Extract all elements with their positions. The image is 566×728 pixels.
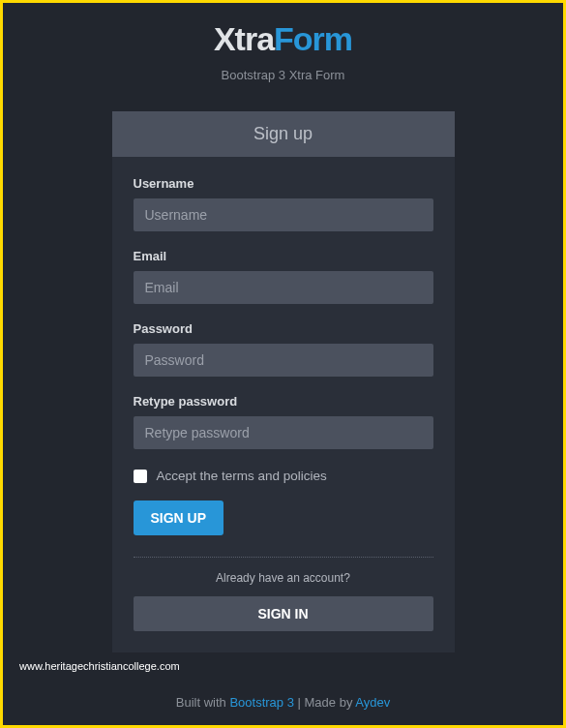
author-link[interactable]: Aydev — [355, 695, 390, 710]
terms-checkbox[interactable] — [134, 470, 147, 483]
footer-separator: | — [294, 695, 305, 710]
password-label: Password — [134, 321, 433, 336]
signin-button[interactable]: SIGN IN — [134, 596, 433, 631]
divider — [134, 557, 433, 558]
username-label: Username — [134, 176, 433, 191]
footer: Built with Bootstrap 3 | Made by Aydev — [3, 695, 563, 710]
signup-button[interactable]: SIGN UP — [134, 500, 224, 535]
footer-built-with: Built with — [176, 695, 230, 710]
username-input[interactable] — [134, 198, 433, 231]
email-label: Email — [134, 249, 433, 263]
brand-first: Xtra — [214, 20, 274, 57]
already-have-account-text: Already have an account? — [134, 571, 433, 585]
footer-made-by: Made by — [305, 695, 356, 710]
retype-label: Retype password — [134, 394, 433, 409]
brand-second: Form — [274, 20, 352, 57]
app-container: XtraForm Bootstrap 3 Xtra Form Sign up U… — [3, 3, 563, 725]
form-body: Username Email Password Retype password … — [112, 157, 455, 652]
header: XtraForm Bootstrap 3 Xtra Form — [3, 3, 563, 82]
domain-text: www.heritagechristiancollege.com — [19, 660, 180, 672]
signup-form-panel: Sign up Username Email Password Retype p… — [112, 111, 455, 652]
terms-row: Accept the terms and policies — [134, 469, 433, 483]
email-input[interactable] — [134, 271, 433, 304]
form-header: Sign up — [112, 111, 455, 157]
subtitle: Bootstrap 3 Xtra Form — [3, 68, 563, 82]
brand-logo: XtraForm — [3, 20, 563, 58]
bootstrap-link[interactable]: Bootstrap 3 — [229, 695, 294, 710]
retype-input[interactable] — [134, 416, 433, 449]
terms-label: Accept the terms and policies — [157, 469, 327, 483]
password-input[interactable] — [134, 344, 433, 377]
